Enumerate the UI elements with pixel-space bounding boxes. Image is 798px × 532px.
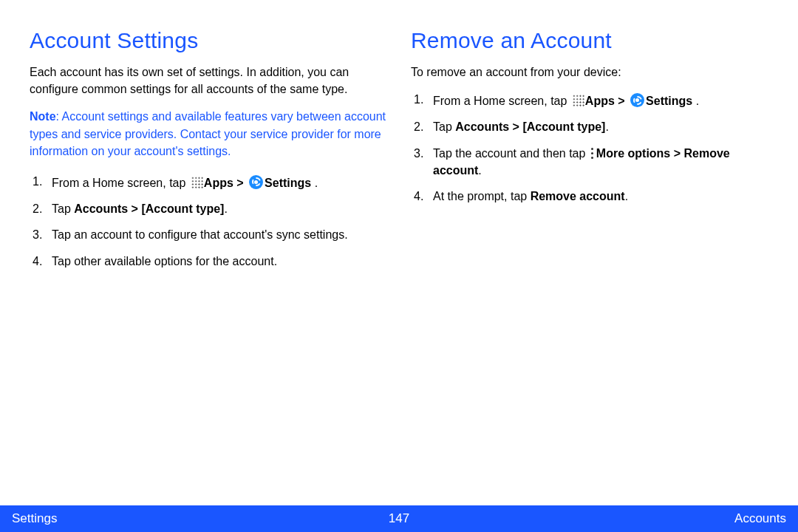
step-end: . (625, 190, 628, 202)
list-item: Tap Accounts > [Account type]. (30, 200, 387, 217)
steps-list-left: From a Home screen, tap Apps > Settings … (30, 173, 387, 270)
settings-label: Settings (265, 177, 311, 189)
list-item: Tap an account to configure that account… (30, 226, 387, 243)
step-end: . (224, 202, 227, 215)
section-title-account-settings: Account Settings (30, 28, 387, 53)
apps-grid-icon (572, 94, 584, 106)
right-column: Remove an Account To remove an account f… (411, 28, 768, 505)
accounts-path: Accounts > [Account type] (74, 202, 224, 215)
intro-paragraph: Each account has its own set of settings… (30, 64, 387, 98)
note-body: : Account settings and available feature… (30, 110, 386, 157)
page-body: Account Settings Each account has its ow… (0, 0, 798, 505)
footer-page-number: 147 (389, 511, 409, 526)
apps-grid-icon (191, 176, 203, 188)
step-text: From a Home screen, tap (433, 95, 570, 107)
list-item: From a Home screen, tap Apps > Settings … (411, 91, 768, 109)
step-end: . (478, 164, 481, 177)
gt-separator: > (615, 95, 628, 107)
list-item: Tap Accounts > [Account type]. (411, 118, 768, 135)
step-text: From a Home screen, tap (52, 177, 189, 189)
list-item: From a Home screen, tap Apps > Settings … (30, 173, 387, 191)
note-paragraph: Note: Account settings and available fea… (30, 108, 387, 160)
footer-left: Settings (12, 511, 57, 526)
apps-label: Apps (585, 95, 615, 107)
step-text: Tap (433, 120, 455, 133)
section-title-remove-account: Remove an Account (411, 28, 768, 53)
step-end: . (605, 120, 608, 133)
accounts-path: Accounts > [Account type] (455, 120, 605, 133)
footer-right: Accounts (734, 511, 786, 526)
list-item: At the prompt, tap Remove account. (411, 188, 768, 205)
page-footer: Settings 147 Accounts (0, 505, 798, 532)
intro-paragraph: To remove an account from your device: (411, 64, 768, 81)
step-end: . (311, 177, 318, 189)
step-text: Tap (52, 202, 74, 215)
step-end: . (692, 95, 699, 107)
note-label: Note (30, 110, 56, 123)
settings-gear-icon (249, 175, 263, 189)
left-column: Account Settings Each account has its ow… (30, 28, 387, 505)
list-item: Tap the account and then tap More option… (411, 145, 768, 179)
settings-label: Settings (646, 95, 692, 107)
more-options-icon (590, 147, 594, 160)
steps-list-right: From a Home screen, tap Apps > Settings … (411, 91, 768, 205)
apps-label: Apps (204, 177, 233, 189)
settings-gear-icon (630, 93, 644, 107)
step-text: Tap the account and then tap (433, 147, 589, 160)
remove-account-label: Remove account (531, 190, 625, 202)
list-item: Tap other available options for the acco… (30, 253, 387, 270)
step-text: At the prompt, tap (433, 190, 531, 202)
gt-separator: > (233, 177, 247, 189)
